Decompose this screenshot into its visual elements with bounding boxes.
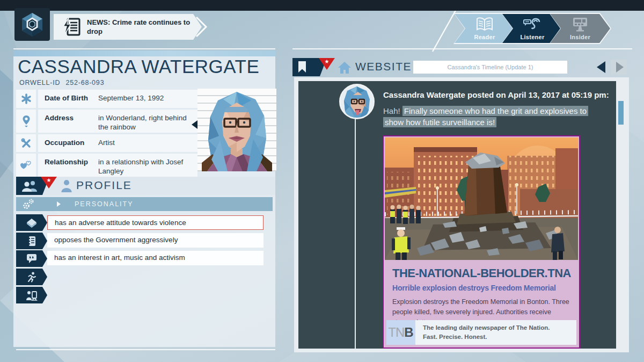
- photo-pointer: [192, 120, 197, 129]
- tab-reader-label: Reader: [474, 34, 495, 40]
- avatar-portrait: [341, 85, 373, 118]
- star-icon: ★: [325, 59, 330, 64]
- mugshot-photo: [197, 89, 276, 171]
- location-pin-icon: [16, 110, 36, 133]
- mugshot-portrait: [197, 89, 276, 171]
- field-value: in Wonderland, right behind the rainbow: [98, 113, 192, 129]
- category-tab-activities[interactable]: [16, 269, 47, 285]
- person-icon: [60, 179, 73, 192]
- tnb-logo-b: B: [404, 325, 413, 340]
- trait-row[interactable]: opposes the Government aggressively: [47, 233, 264, 248]
- chat-quote-icon: [26, 254, 37, 264]
- explosion-scene-image: [385, 137, 578, 260]
- tnb-tagline-1: The leading daily newspaper of The Natio…: [423, 323, 550, 332]
- category-tab-statements[interactable]: [16, 250, 47, 267]
- bookmark-icon: [298, 61, 306, 73]
- scrollbar-thumb[interactable]: [618, 101, 624, 125]
- field-label: Address: [45, 113, 98, 129]
- orwell-id-label: ORWELL-ID: [19, 79, 60, 86]
- post-lead: Hah!: [383, 106, 400, 115]
- category-tab-beliefs[interactable]: [16, 214, 47, 231]
- subject-name: CASSANDRA WATERGATE: [18, 56, 274, 77]
- asterisk-icon: [16, 90, 36, 108]
- home-icon[interactable]: [338, 61, 352, 74]
- back-arrow-icon[interactable]: [597, 61, 605, 73]
- tnb-tagline: The leading daily newspaper of The Natio…: [423, 323, 550, 342]
- personality-label: PERSONALITY: [75, 200, 134, 208]
- orwell-logo: [14, 8, 50, 41]
- news-label: NEWS: Crime rate continues to drop: [87, 18, 194, 36]
- top-strip: [0, 0, 644, 11]
- tab-listener-label: Listener: [520, 34, 544, 40]
- hexagon-gem-icon: [20, 12, 45, 38]
- book-icon: [26, 218, 37, 228]
- datasheet-row-relationship: Relationship in a relationship with Jose…: [16, 154, 197, 177]
- runner-icon: [26, 272, 37, 283]
- field-label: Relationship: [45, 157, 98, 173]
- datasheet-row-occupation: Occupation Artist: [16, 134, 197, 152]
- field-label: Occupation: [45, 138, 98, 149]
- profile-title: PROFILE: [76, 179, 132, 192]
- chevron-right-icon: [57, 201, 61, 207]
- tnb-logo: TNB: [386, 320, 415, 345]
- newspaper-brand-bar: TNB The leading daily newspaper of The N…: [386, 320, 576, 345]
- article-headline[interactable]: Horrible explosion destroys Freedom Memo…: [392, 284, 570, 292]
- article-text-block: THE-NATIONAL-BEHOLDER.TNA Horrible explo…: [385, 260, 578, 328]
- category-tab-movement[interactable]: [16, 287, 47, 303]
- trait-row[interactable]: has an interest in art, music and activi…: [47, 251, 264, 265]
- traveler-icon: [26, 290, 38, 301]
- tnb-tagline-2: Fast. Precise. Honest.: [423, 332, 550, 342]
- tools-icon: [16, 134, 36, 152]
- datasheet-row-dob: Date of Birth September 13, 1992: [16, 90, 197, 108]
- website-title: WEBSITE: [355, 60, 412, 73]
- people-icon: [21, 180, 39, 192]
- left-top-line: [13, 48, 275, 49]
- banner-chevron: [194, 14, 210, 40]
- field-value: Artist: [98, 138, 115, 149]
- news-ticker[interactable]: NEWS: Crime rate continues to drop: [54, 14, 202, 40]
- orwell-app: NEWS: Crime rate continues to drop Reade…: [0, 0, 644, 362]
- article-card: THE-NATIONAL-BEHOLDER.TNA Horrible explo…: [383, 135, 580, 349]
- website-content: Cassandra Watergate posted on April 13, …: [298, 81, 616, 349]
- orwell-id: ORWELL-ID252-68-093: [19, 79, 109, 86]
- right-top-line: [292, 48, 632, 49]
- star-icon: ★: [47, 177, 52, 183]
- field-value: September 13, 1992: [98, 93, 164, 105]
- trait-row[interactable]: has an adverse attitude towards violence: [47, 215, 264, 230]
- news-flash-icon: [62, 17, 82, 37]
- article-site-name: THE-NATIONAL-BEHOLDER.TNA: [392, 266, 570, 280]
- forward-arrow-icon[interactable]: [611, 60, 627, 75]
- personality-group[interactable]: PERSONALITY: [16, 197, 273, 211]
- ear-icon: [502, 17, 562, 33]
- field-value: in a relationship with Josef Langley: [98, 157, 192, 173]
- post-highlighted-text[interactable]: Finally someone who had the grit and exp…: [383, 106, 588, 127]
- left-bottom-line: [16, 349, 275, 350]
- tab-insider-label: Insider: [570, 34, 590, 40]
- category-tab-records[interactable]: [16, 233, 47, 249]
- tnb-logo-tn: TN: [388, 325, 404, 340]
- orwell-id-value: 252-68-093: [65, 79, 104, 86]
- post-body: Hah! Finally someone who had the grit an…: [383, 105, 608, 128]
- timeline-line: [355, 116, 356, 349]
- website-address-dropdown[interactable]: Cassandra's Timeline (Update 1): [413, 61, 567, 74]
- datasheet-row-address: Address in Wonderland, right behind the …: [16, 110, 197, 133]
- gears-icon: [23, 199, 34, 209]
- notebook-icon: [27, 236, 36, 247]
- post-author-line: Cassandra Watergate posted on April 13, …: [383, 90, 616, 99]
- field-label: Date of Birth: [45, 93, 98, 105]
- hearts-icon: [16, 154, 36, 177]
- avatar: [339, 84, 375, 119]
